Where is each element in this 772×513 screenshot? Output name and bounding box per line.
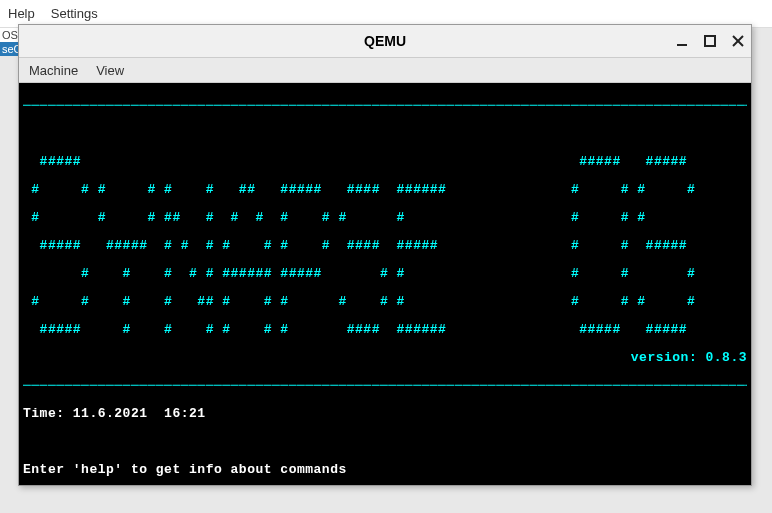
ascii-line: ##### ##### # # # # # # # #### ##### # #… [23, 239, 747, 253]
time-line: Time: 11.6.2021 16:21 [23, 407, 747, 421]
help-line: Enter 'help' to get info about commands [23, 463, 747, 477]
menu-machine[interactable]: Machine [29, 63, 78, 78]
close-button[interactable] [731, 34, 745, 48]
blank-line [23, 435, 747, 449]
qemu-window: QEMU Machine View ──────────────────────… [18, 24, 752, 486]
maximize-button[interactable] [703, 34, 717, 48]
ascii-line: # # # ## # # # # # # # # # # [23, 211, 747, 225]
divider-top: ────────────────────────────────────────… [23, 99, 747, 113]
ascii-line: # # # # ## # # # # # # # # # # [23, 295, 747, 309]
svg-rect-0 [677, 44, 687, 46]
terminal[interactable]: ────────────────────────────────────────… [19, 83, 751, 485]
divider-mid: ────────────────────────────────────────… [23, 379, 747, 393]
window-controls [675, 25, 745, 57]
ascii-line [23, 127, 747, 141]
parent-menu-help[interactable]: Help [8, 6, 35, 21]
qemu-menubar: Machine View [19, 57, 751, 83]
parent-menu-settings[interactable]: Settings [51, 6, 98, 21]
ascii-line: ##### # # # # # # #### ###### ##### ####… [23, 323, 747, 337]
menu-view[interactable]: View [96, 63, 124, 78]
ascii-line: # # # # # # ## ##### #### ###### # # # # [23, 183, 747, 197]
version-line: version: 0.8.3 [23, 351, 747, 365]
ascii-line: ##### ##### ##### [23, 155, 747, 169]
svg-rect-1 [705, 36, 715, 46]
titlebar: QEMU [19, 25, 751, 57]
window-title: QEMU [364, 33, 406, 49]
minimize-button[interactable] [675, 34, 689, 48]
ascii-line: # # # # # ###### ##### # # # # # [23, 267, 747, 281]
